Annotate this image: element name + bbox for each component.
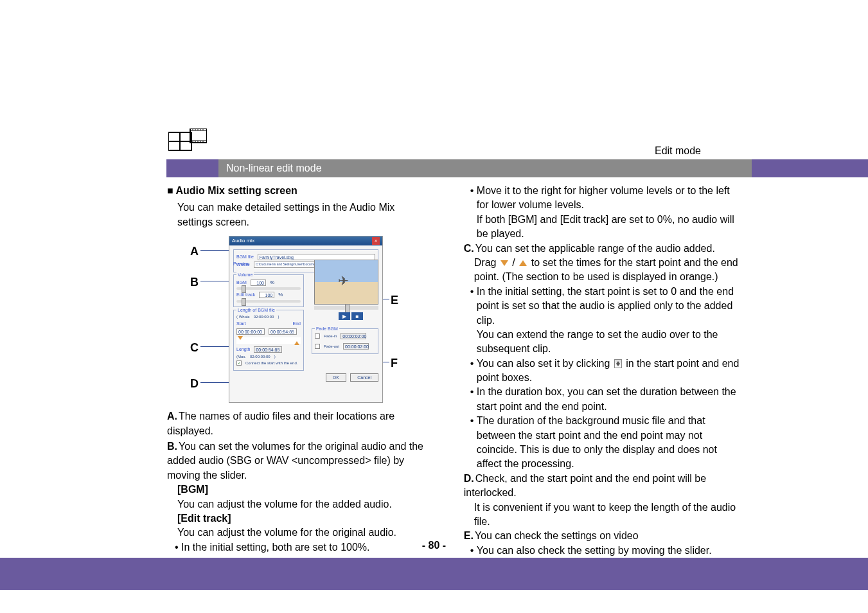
marker-down-icon	[500, 260, 508, 266]
checkbox-icon: ✓	[236, 360, 242, 366]
item-a-text: The names of audio files and their locat…	[167, 411, 394, 436]
c-bullets: In the initial setting, the start point …	[470, 285, 740, 472]
max-label: (Max.	[236, 354, 246, 359]
c-bullet-4: The duration of the background music fil…	[470, 414, 740, 472]
fadein-label: Fade-in	[324, 333, 337, 339]
c-bullet-1-note: You can extend the range to set the audi…	[477, 328, 740, 357]
page-number: - 80 -	[0, 540, 868, 551]
footer-bar	[0, 558, 868, 590]
dialog-buttons: OK Cancel	[233, 373, 378, 382]
cancel-button: Cancel	[350, 373, 378, 382]
item-c-letter: C.	[464, 243, 474, 254]
fadein-value: 00:00:02:00	[341, 333, 366, 339]
c-bullet-1: In the initial setting, the start point …	[470, 285, 740, 357]
max-value: 02:00:00:00	[250, 354, 270, 359]
bgm-file-label: BGM file	[236, 254, 254, 260]
callout-line-d	[200, 382, 231, 383]
preview-pane	[314, 260, 378, 305]
item-a-letter: A.	[167, 411, 177, 422]
callout-a: A	[190, 244, 199, 260]
callout-b: B	[190, 274, 199, 290]
item-d: D.Check, and the start point and the end…	[464, 472, 740, 501]
edit-track-subhead: [Edit track]	[177, 511, 425, 526]
pre-bullet-1: Move it to the right for higher volume l…	[470, 184, 740, 242]
callout-line-c	[200, 346, 231, 347]
volume-label: Volume	[236, 272, 254, 278]
play-icon: ▶	[339, 312, 350, 320]
fadeout-value: 00:00:02:00	[343, 343, 369, 350]
subheader-text: Non-linear edit mode	[226, 163, 322, 174]
item-b-letter: B.	[167, 441, 177, 452]
ok-button: OK	[326, 373, 346, 382]
marker-up-icon	[519, 260, 527, 266]
c-bullet-3: In the duration box, you can set the dur…	[470, 385, 740, 414]
callout-d: D	[190, 376, 199, 392]
pre-bullet-1-text: Move it to the right for higher volume l…	[477, 185, 730, 210]
filmstrip-icon	[168, 129, 207, 154]
edit-track-value: 100	[259, 292, 274, 298]
whole-label: ( Whole	[236, 314, 250, 319]
item-c: C.You can set the applicable range of th…	[464, 242, 740, 256]
c-bullet-2: You can also set it by clicking in the s…	[470, 357, 740, 386]
right-column: Move it to the right for higher volume l…	[464, 184, 740, 558]
callout-c: C	[190, 340, 199, 356]
start-value: 00:00:00:00	[236, 328, 265, 335]
checkbox-icon	[315, 344, 320, 349]
callout-line-e	[383, 299, 389, 299]
callout-line-f	[383, 362, 389, 362]
dialog-body: BGM file FamilyTravel.sbg Where C:\Docum…	[229, 245, 382, 384]
bgm-slider	[236, 287, 301, 290]
section-heading: Audio Mix setting screen	[167, 184, 425, 198]
item-b: B.You can set the volumes for the origin…	[167, 440, 425, 483]
length-section-label: Length of BGM file	[236, 307, 276, 314]
callout-e: E	[391, 292, 398, 308]
length2-label: Length	[236, 346, 250, 353]
checkbox-icon	[315, 333, 320, 339]
range-timeline	[236, 337, 301, 344]
c-text2a: Drag	[474, 257, 499, 268]
intro-text: You can make detailed settings in the Au…	[177, 200, 425, 229]
spinner-icon	[614, 359, 622, 368]
pre-bullets: Move it to the right for higher volume l…	[470, 184, 740, 242]
preview-controls: ▶ ■	[339, 312, 363, 320]
pre-note: If both [BGM] and [Edit track] are set t…	[477, 213, 740, 242]
dialog-screenshot: A B C D E F Audio mix × BGM file	[177, 236, 425, 403]
mode-label: Edit mode	[655, 145, 701, 157]
max-paren: )	[274, 354, 276, 359]
start-label: Start	[236, 321, 246, 327]
item-d-note: It is convenient if you want to keep the…	[474, 501, 740, 529]
bgm-vol-label: BGM	[236, 280, 247, 286]
callout-f: F	[391, 355, 398, 371]
item-d-letter: D.	[464, 473, 474, 484]
item-d-text: Check, and the start point and the end p…	[464, 473, 706, 498]
bgm-percent: %	[270, 279, 274, 286]
subheader: Non-linear edit mode	[218, 159, 752, 177]
fadeout-label: Fade-out	[324, 344, 339, 349]
item-c-text2: Drag / to set the times for the start po…	[474, 256, 740, 285]
stop-icon: ■	[351, 312, 363, 320]
callout-line-b	[200, 281, 233, 281]
connect-label: Connect the start with the end.	[245, 360, 297, 366]
left-column: Audio Mix setting screen You can make de…	[167, 184, 425, 558]
item-a: A.The names of audio files and their loc…	[167, 409, 425, 438]
item-b-text: You can set the volumes for the original…	[167, 441, 423, 481]
end-value: 00:00:54:85	[269, 328, 297, 335]
edit-track-slider	[236, 300, 301, 303]
content: Audio Mix setting screen You can make de…	[167, 184, 740, 558]
item-c-text1: You can set the applicable range of the …	[475, 243, 715, 254]
edit-track-percent: %	[278, 291, 283, 298]
slash: /	[509, 257, 518, 268]
fade-bgm-label: Fade BGM	[315, 326, 339, 332]
bgm-vol-value: 100	[251, 280, 266, 286]
dialog-titlebar: Audio mix ×	[229, 236, 382, 245]
audio-mix-dialog: Audio mix × BGM file FamilyTravel.sbg Wh…	[229, 236, 383, 403]
bgm-subhead: [BGM]	[177, 483, 425, 497]
c-bullet-2a: You can also set it by clicking	[477, 358, 613, 369]
whole-value: 02:00:00:00	[254, 314, 274, 319]
end-label: End	[293, 321, 301, 327]
c-bullet-1-text: In the initial setting, the start point …	[477, 286, 734, 326]
bgm-text: You can adjust the volume for the added …	[177, 497, 425, 511]
length2-value: 00:00:54:85	[254, 346, 282, 353]
dialog-title-text: Audio mix	[232, 237, 254, 245]
edit-track-text: You can adjust the volume for the origin…	[177, 526, 425, 540]
